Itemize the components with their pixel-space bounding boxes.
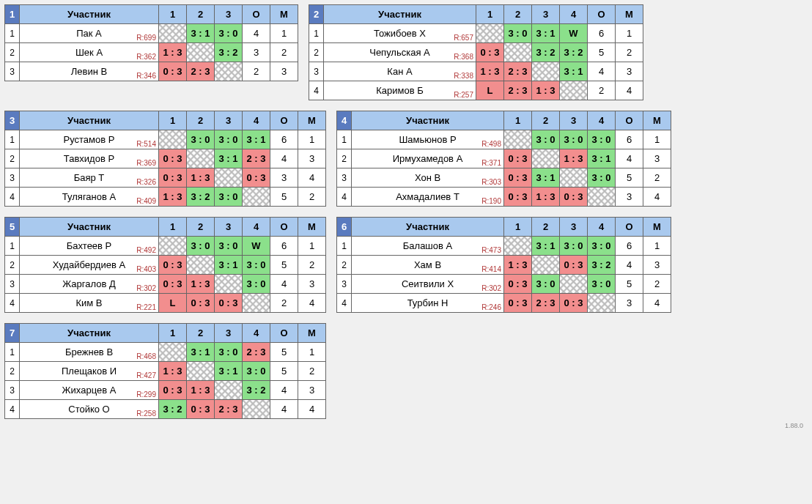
header-round-2: 2: [187, 111, 215, 130]
participant-rating: R:468: [136, 352, 156, 360]
participant-name: Плещаков И: [62, 366, 117, 377]
place-cell: 3: [298, 149, 326, 168]
player-row: 2Шек АR:3621 : 33 : 232: [5, 43, 298, 62]
participant-cell: Ким ВR:221: [20, 294, 159, 313]
points-cell: 5: [270, 188, 298, 207]
header-round-3: 3: [560, 218, 588, 237]
result-cell: 3 : 0: [588, 130, 616, 149]
player-row: 4Ахмадалиев ТR:1900 : 31 : 30 : 334: [337, 188, 671, 207]
self-cell: [215, 62, 243, 81]
player-row: 4Турбин НR:2460 : 32 : 30 : 334: [337, 294, 671, 313]
participant-rating: R:303: [481, 178, 501, 186]
participant-rating: R:246: [481, 303, 501, 311]
header-round-4: 4: [243, 218, 270, 237]
header-points: О: [616, 218, 643, 237]
result-cell: 3 : 0: [243, 362, 270, 381]
place-cell: 1: [298, 343, 326, 362]
seed-cell: 2: [337, 149, 352, 168]
self-cell: [504, 237, 532, 256]
participant-name: Сеитвили Х: [402, 278, 454, 289]
result-cell: 3 : 0: [187, 237, 215, 256]
player-row: 2Худайбердиев АR:4030 : 33 : 13 : 052: [5, 256, 326, 275]
header-round-2: 2: [532, 218, 560, 237]
participant-cell: Шамьюнов РR:498: [352, 130, 504, 149]
group-number: 6: [337, 218, 352, 237]
group-table-4: 4Участник1234ОМ1Шамьюнов РR:4983 : 03 : …: [336, 111, 671, 207]
result-cell: 3 : 0: [532, 130, 560, 149]
self-cell: [187, 149, 215, 168]
place-cell: 1: [298, 237, 326, 256]
participant-cell: Чепульская АR:368: [324, 43, 476, 62]
self-cell: [588, 188, 616, 207]
seed-cell: 2: [309, 43, 324, 62]
self-cell: [187, 43, 215, 62]
place-cell: 2: [298, 256, 326, 275]
player-row: 1Шамьюнов РR:4983 : 03 : 03 : 061: [337, 130, 671, 149]
place-cell: 3: [298, 275, 326, 294]
header-place: М: [298, 218, 326, 237]
result-cell: 1 : 3: [187, 168, 215, 188]
participant-name: Жихарцев А: [62, 385, 117, 396]
participant-cell: Жихарцев АR:299: [20, 381, 159, 400]
player-row: 2Хам ВR:4141 : 30 : 33 : 243: [337, 256, 671, 275]
participant-cell: Тавхидов РR:369: [20, 149, 159, 168]
player-row: 1Балашов АR:4733 : 13 : 03 : 061: [337, 237, 671, 256]
points-cell: 5: [270, 256, 298, 275]
participant-rating: R:409: [136, 197, 156, 205]
player-row: 2Плещаков ИR:4271 : 33 : 13 : 052: [5, 362, 326, 381]
participant-name: Шамьюнов Р: [399, 134, 456, 145]
group-number: 1: [5, 5, 20, 24]
participant-rating: R:371: [481, 159, 501, 167]
result-cell: 2 : 3: [187, 62, 215, 81]
seed-cell: 3: [5, 381, 20, 400]
participant-name: Турбин Н: [407, 297, 449, 308]
points-cell: 4: [270, 381, 298, 400]
result-cell: 0 : 3: [476, 43, 504, 62]
group-table-2: 2Участник1234ОМ1Тожибоев ХR:6573 : 03 : …: [309, 4, 643, 100]
seed-cell: 2: [5, 362, 20, 381]
participant-name: Рустамов Р: [64, 134, 115, 145]
result-cell: 2 : 3: [532, 294, 560, 313]
header-round-4: 4: [560, 5, 588, 24]
result-cell: 2 : 3: [243, 343, 270, 362]
result-cell: 0 : 3: [159, 275, 187, 294]
seed-cell: 2: [5, 43, 20, 62]
header-place: М: [298, 111, 326, 130]
player-row: 1Тожибоев ХR:6573 : 03 : 1W61: [309, 24, 643, 43]
result-cell: L: [476, 81, 504, 100]
place-cell: 3: [616, 62, 643, 81]
player-row: 3Баяр ТR:3260 : 31 : 30 : 334: [5, 168, 326, 188]
self-cell: [476, 24, 504, 43]
participant-name: Каримов Б: [376, 85, 424, 96]
result-cell: 3 : 0: [215, 237, 243, 256]
seed-cell: 1: [5, 24, 20, 43]
player-row: 3Жаргалов ДR:3020 : 31 : 33 : 043: [5, 275, 326, 294]
participant-cell: Левин ВR:346: [20, 62, 159, 81]
points-cell: 4: [243, 24, 270, 43]
player-row: 4Стойко ОR:2583 : 20 : 32 : 344: [5, 400, 326, 419]
seed-cell: 4: [5, 294, 20, 313]
participant-rating: R:302: [481, 284, 501, 292]
self-cell: [504, 130, 532, 149]
points-cell: 6: [588, 24, 616, 43]
result-cell: 0 : 3: [187, 294, 215, 313]
header-place: М: [643, 218, 671, 237]
participant-rating: R:514: [136, 140, 156, 148]
header-round-4: 4: [588, 218, 616, 237]
result-cell: 3 : 1: [588, 149, 616, 168]
result-cell: 3 : 0: [504, 24, 532, 43]
points-cell: 2: [588, 81, 616, 100]
points-cell: 5: [616, 168, 643, 188]
groups-container: 1Участник123ОМ1Пак АR:6993 : 13 : 0412Ше…: [4, 4, 808, 419]
participant-rating: R:257: [454, 91, 473, 99]
seed-cell: 1: [5, 343, 20, 362]
place-cell: 2: [643, 168, 671, 188]
header-round-4: 4: [588, 111, 616, 130]
self-cell: [215, 275, 243, 294]
header-round-3: 3: [215, 324, 243, 343]
place-cell: 4: [616, 81, 643, 100]
result-cell: 2 : 3: [504, 62, 532, 81]
self-cell: [159, 130, 187, 149]
header-round-2: 2: [532, 111, 560, 130]
participant-name: Баяр Т: [74, 172, 105, 183]
